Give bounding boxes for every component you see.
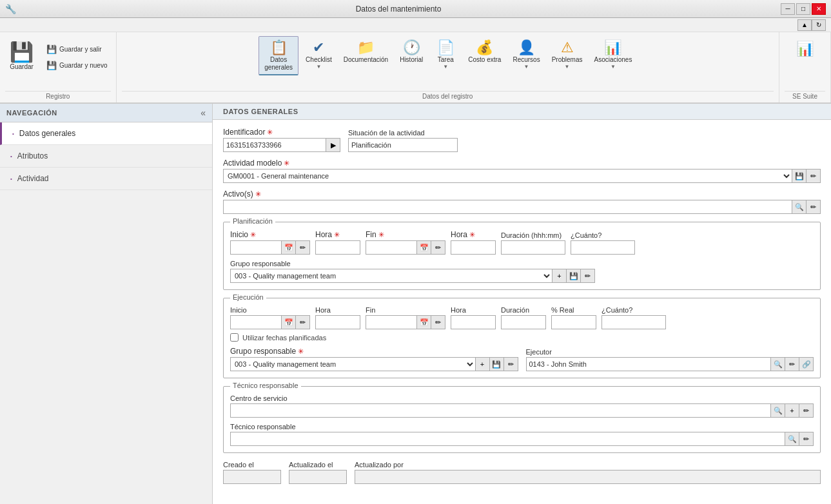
documentacion-label: Documentación <box>344 56 388 64</box>
centro-servicio-search-btn[interactable]: 🔍 <box>771 403 785 418</box>
tab-recursos[interactable]: 👤 Recursos ▼ <box>508 36 544 73</box>
historial-icon: 🕐 <box>403 39 420 56</box>
save-icon: 💾 <box>10 41 34 63</box>
exec-ejecutor-edit-btn[interactable]: ✏ <box>785 357 799 371</box>
tarea-icon: 📄 <box>437 39 455 56</box>
sidebar-label-datos: Datos generales <box>19 129 75 138</box>
activos-input-group: 🔍 ✏ <box>223 200 821 214</box>
exec-grupo-add-btn[interactable]: + <box>476 357 490 371</box>
planif-fin-edit-btn[interactable]: ✏ <box>431 240 445 255</box>
sidebar-item-atributos[interactable]: • Atributos <box>0 145 212 168</box>
ribbon-refresh-btn[interactable]: ↻ <box>812 19 826 31</box>
exec-grupo-select[interactable]: 003 - Quality management team <box>230 357 476 371</box>
guardar-nuevo-button[interactable]: 💾 Guardar y nuevo <box>43 59 111 72</box>
close-btn[interactable]: ✕ <box>812 3 826 15</box>
guardar-salir-button[interactable]: 💾 Guardar y salir <box>43 43 111 56</box>
exec-pct-input[interactable] <box>551 315 596 329</box>
actividad-modelo-edit-btn[interactable]: ✏ <box>807 169 821 183</box>
ribbon-collapse-btn[interactable]: ▲ <box>797 19 812 31</box>
tab-historial[interactable]: 🕐 Historial <box>395 36 427 67</box>
guardar-salir-label: Guardar y salir <box>59 46 102 53</box>
historial-label: Historial <box>400 56 423 64</box>
centro-servicio-add-btn[interactable]: + <box>785 403 799 418</box>
planif-cuanto-label: ¿Cuánto? <box>571 231 635 239</box>
planif-duracion-input[interactable] <box>501 240 565 255</box>
planif-grupo-add-btn[interactable]: + <box>552 269 567 283</box>
fechas-planificadas-checkbox[interactable] <box>230 333 239 342</box>
tab-problemas[interactable]: ⚠ Problemas ▼ <box>547 36 587 73</box>
planif-inicio-input[interactable] <box>230 240 282 255</box>
exec-ejecutor-search-btn[interactable]: 🔍 <box>771 357 785 371</box>
planif-inicio-edit-btn[interactable]: ✏ <box>296 240 310 255</box>
activos-input[interactable] <box>223 200 792 214</box>
actividad-modelo-select[interactable]: GM0001 - General maintenance <box>223 169 792 183</box>
tecnico-responsable-edit-btn[interactable]: ✏ <box>799 432 814 446</box>
exec-inicio-cal-btn[interactable]: 📅 <box>282 315 296 329</box>
centro-servicio-edit-btn[interactable]: ✏ <box>799 403 814 418</box>
activos-group: Activo(s) ✳ 🔍 ✏ <box>223 189 821 214</box>
se-suite-label: SE Suite <box>785 91 825 100</box>
planif-grupo-save-btn[interactable]: 💾 <box>567 269 581 283</box>
creado-el-group: Creado el <box>223 461 281 484</box>
identificador-nav-btn[interactable]: ▶ <box>326 138 340 152</box>
planif-grupo-select[interactable]: 003 - Quality management team <box>230 269 552 283</box>
exec-inicio-input[interactable] <box>230 315 282 329</box>
guardar-button[interactable]: 💾 Guardar <box>5 37 38 73</box>
planif-grupo-group: Grupo responsable 003 - Quality manageme… <box>230 260 814 283</box>
activos-edit-btn[interactable]: ✏ <box>807 200 821 214</box>
tab-checklist[interactable]: ✔ Checklist ▼ <box>301 36 337 73</box>
exec-fin-cal-btn[interactable]: 📅 <box>417 315 431 329</box>
exec-ejecutor-input[interactable] <box>526 357 772 371</box>
exec-duracion-input[interactable] <box>501 315 546 329</box>
fechas-planificadas-label[interactable]: Utilizar fechas planificadas <box>242 334 326 342</box>
tecnico-responsable-search-btn[interactable]: 🔍 <box>785 432 799 446</box>
sidebar-item-actividad[interactable]: • Actividad <box>0 168 212 190</box>
sidebar-collapse-btn[interactable]: « <box>200 108 206 118</box>
planificacion-title: Planificación <box>230 217 275 225</box>
exec-grupo-edit-btn[interactable]: ✏ <box>504 357 518 371</box>
identificador-input[interactable] <box>223 138 326 152</box>
tab-datos-generales[interactable]: 📋 Datos generales <box>259 36 298 75</box>
planif-hora-fin-label: Hora ✳ <box>451 230 496 239</box>
planif-hora-inicio-input[interactable] <box>315 240 360 255</box>
se-suite-btn[interactable]: 📊 <box>790 37 821 61</box>
actividad-modelo-save-btn[interactable]: 💾 <box>792 169 807 183</box>
exec-ejecutor-input-group: 🔍 ✏ 🔗 <box>526 357 814 371</box>
ribbon-group-se-suite: 📊 SE Suite <box>779 32 831 102</box>
exec-duracion-label: Duración <box>501 306 546 314</box>
exec-ejecutor-label: Ejecutor <box>526 348 814 356</box>
exec-fin-group: Fin 📅 ✏ <box>366 306 445 329</box>
planif-fin-cal-btn[interactable]: 📅 <box>417 240 431 255</box>
exec-hora-label: Hora <box>315 306 360 314</box>
activos-search-btn[interactable]: 🔍 <box>792 200 807 214</box>
planif-inicio-cal-btn[interactable]: 📅 <box>282 240 296 255</box>
exec-fin-input[interactable] <box>366 315 417 329</box>
exec-fin-edit-btn[interactable]: ✏ <box>431 315 445 329</box>
asociaciones-label: Asociaciones <box>594 56 632 64</box>
tab-costo-extra[interactable]: 💰 Costo extra <box>464 36 505 67</box>
minimize-btn[interactable]: ─ <box>781 3 795 15</box>
guardar-label: Guardar <box>10 63 34 70</box>
planif-cuanto-input[interactable] <box>571 240 635 255</box>
centro-servicio-input[interactable] <box>230 403 771 418</box>
recursos-arrow: ▼ <box>524 64 529 70</box>
exec-cuanto-input[interactable] <box>601 315 666 329</box>
sidebar-item-datos-generales[interactable]: • Datos generales <box>0 122 212 145</box>
exec-grupo-ejecutor-row: Grupo responsable ✳ 003 - Quality manage… <box>230 347 814 371</box>
exec-ejecutor-link-btn[interactable]: 🔗 <box>799 357 814 371</box>
planif-grupo-edit-btn[interactable]: ✏ <box>581 269 595 283</box>
planif-fin-input[interactable] <box>366 240 417 255</box>
tab-tarea[interactable]: 📄 Tarea ▼ <box>430 36 461 73</box>
tab-asociaciones[interactable]: 📊 Asociaciones ▼ <box>589 36 636 73</box>
centro-servicio-label: Centro de servicio <box>230 394 814 402</box>
tecnico-responsable-input[interactable] <box>230 432 785 446</box>
situacion-input[interactable] <box>348 138 458 152</box>
exec-hora-input[interactable] <box>315 315 360 329</box>
planificacion-fields: Inicio ✳ 📅 ✏ Hora ✳ <box>230 230 814 255</box>
maximize-btn[interactable]: □ <box>796 3 810 15</box>
exec-grupo-save-btn[interactable]: 💾 <box>490 357 504 371</box>
exec-hora-fin-input[interactable] <box>451 315 496 329</box>
exec-inicio-edit-btn[interactable]: ✏ <box>296 315 310 329</box>
tab-documentacion[interactable]: 📁 Documentación <box>339 36 393 67</box>
planif-hora-fin-input[interactable] <box>451 240 496 255</box>
